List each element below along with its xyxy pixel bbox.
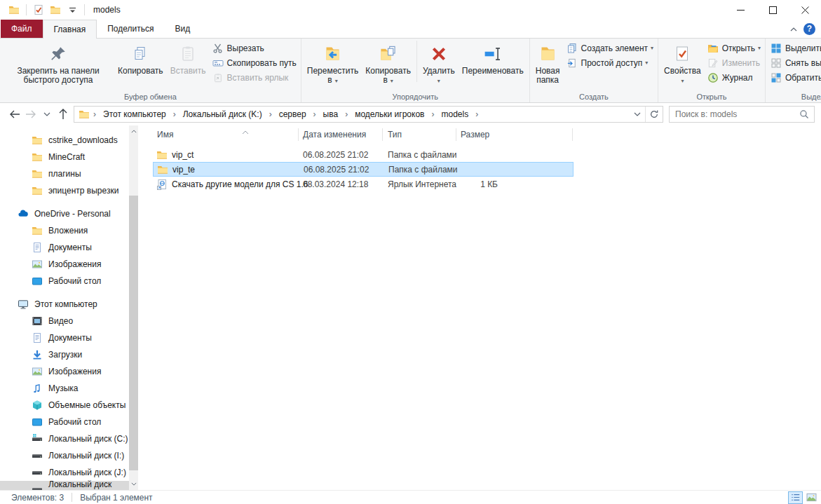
- tab-home[interactable]: Главная: [43, 20, 97, 39]
- copy-button[interactable]: Копировать: [114, 39, 167, 77]
- file-row-vip-ct[interactable]: vip_ct 06.08.2025 21:02 Папка с файлами: [153, 147, 574, 162]
- sidebar-item-downloads[interactable]: Загрузки: [0, 346, 138, 363]
- refresh-button[interactable]: [645, 107, 663, 122]
- pin-icon: [49, 41, 67, 67]
- address-dropdown-button[interactable]: [630, 107, 645, 122]
- scroll-down-arrow-icon[interactable]: [129, 479, 138, 489]
- sidebar-item-onedrive[interactable]: OneDrive - Personal: [0, 205, 138, 222]
- help-button[interactable]: ?: [803, 23, 815, 35]
- copy-path-button[interactable]: Скопировать путь: [210, 55, 299, 70]
- tab-share[interactable]: Поделиться: [97, 20, 164, 38]
- invert-selection-button[interactable]: Обратить выделение: [768, 70, 821, 85]
- paste-shortcut-button[interactable]: Вставить ярлык: [210, 70, 299, 85]
- delete-button[interactable]: Удалить: [419, 39, 459, 83]
- sidebar-item-this-pc[interactable]: Этот компьютер: [0, 296, 138, 313]
- window-controls: [724, 0, 821, 20]
- select-none-button[interactable]: Снять выделение: [768, 55, 821, 70]
- file-row-vip-te[interactable]: vip_te 06.08.2025 21:02 Папка с файлами: [153, 162, 574, 177]
- breadcrumb-models[interactable]: models: [436, 107, 473, 122]
- sidebar-item-minecraft[interactable]: MineCraft: [0, 149, 138, 165]
- sidebar-item-attachments[interactable]: Вложения: [0, 222, 138, 239]
- close-button[interactable]: [789, 0, 821, 20]
- column-header-type[interactable]: Тип: [388, 125, 402, 144]
- tab-view[interactable]: Вид: [164, 20, 201, 38]
- history-button[interactable]: Журнал: [705, 70, 763, 85]
- properties-button[interactable]: Свойства: [660, 39, 705, 83]
- sidebar-item-onedrive-documents[interactable]: Документы: [0, 239, 138, 256]
- sidebar-item-videos[interactable]: Видео: [0, 313, 138, 329]
- easy-access-button[interactable]: Простой доступ: [564, 55, 656, 70]
- column-divider[interactable]: [298, 128, 299, 141]
- breadcrumb-server[interactable]: сервер: [274, 107, 311, 122]
- scrollbar-thumb[interactable]: [129, 196, 138, 470]
- ribbon: Закрепить на панели быстрого доступа Коп…: [0, 39, 821, 103]
- this-pc-icon: [18, 299, 29, 310]
- details-view-button[interactable]: [788, 491, 803, 504]
- sidebar-item-disk-k[interactable]: Локальный диск (K:): [0, 481, 129, 490]
- move-to-button[interactable]: Переместить в: [304, 39, 362, 87]
- breadcrumb-this-pc[interactable]: Этот компьютер: [98, 107, 171, 122]
- new-item-icon: [566, 43, 578, 54]
- paste-shortcut-icon: [212, 72, 224, 83]
- column-divider[interactable]: [572, 128, 573, 141]
- sidebar-item-epicenter[interactable]: эпицентр вырезки: [0, 182, 138, 199]
- sidebar-item-disk-j[interactable]: Локальный диск (J:): [0, 464, 138, 481]
- collapse-ribbon-button[interactable]: [790, 24, 797, 34]
- back-button[interactable]: [6, 107, 22, 123]
- search-input[interactable]: [675, 109, 796, 119]
- column-divider[interactable]: [382, 128, 383, 141]
- sidebar-item-disk-i[interactable]: Локальный диск (I:): [0, 447, 138, 464]
- qat-customize-dropdown[interactable]: [64, 1, 81, 18]
- details-view-icon: [791, 493, 801, 502]
- documents-icon: [32, 332, 43, 343]
- rename-button[interactable]: Переименовать: [459, 39, 527, 77]
- forward-button[interactable]: [22, 107, 39, 123]
- sidebar-item-desktop[interactable]: Рабочий стол: [0, 414, 138, 430]
- search-box: [669, 106, 815, 123]
- os-drive-icon: [32, 433, 43, 444]
- edit-button[interactable]: Изменить: [705, 55, 763, 70]
- sidebar-item-music[interactable]: Музыка: [0, 380, 138, 397]
- edit-icon: [707, 57, 719, 69]
- paste-button[interactable]: Вставить: [167, 39, 210, 77]
- minimize-button[interactable]: [724, 0, 756, 20]
- search-icon[interactable]: [796, 109, 813, 119]
- sidebar-item-pictures[interactable]: Изображения: [0, 363, 138, 380]
- up-button[interactable]: [55, 107, 71, 123]
- maximize-button[interactable]: [756, 0, 789, 20]
- qat-new-folder-button[interactable]: [47, 1, 64, 18]
- breadcrumb-player-models[interactable]: модельки игроков: [350, 107, 429, 122]
- sidebar-item-3d-objects[interactable]: Объемные объекты: [0, 397, 138, 414]
- sidebar-item-plugins[interactable]: плагины: [0, 165, 138, 182]
- select-all-button[interactable]: Выделить все: [768, 41, 821, 55]
- sidebar-item-disk-c[interactable]: Локальный диск (C:): [0, 430, 138, 447]
- tab-file[interactable]: Файл: [1, 20, 43, 38]
- new-folder-button[interactable]: Новая папка: [532, 39, 564, 86]
- sidebar-item-documents[interactable]: Документы: [0, 329, 138, 346]
- open-button[interactable]: Открыть: [705, 41, 763, 55]
- breadcrumb-disk-k[interactable]: Локальный диск (K:): [178, 107, 267, 122]
- selection-status: Выбран 1 элемент: [80, 493, 152, 503]
- cut-button[interactable]: Вырезать: [210, 41, 299, 55]
- qat-properties-button[interactable]: [30, 1, 47, 18]
- sidebar-item-onedrive-pictures[interactable]: Изображения: [0, 256, 138, 273]
- recent-locations-dropdown[interactable]: [39, 107, 55, 123]
- column-header-size[interactable]: Размер: [461, 125, 489, 144]
- sidebar-item-onedrive-desktop[interactable]: Рабочий стол: [0, 273, 138, 290]
- sidebar-item-cstrike-downloads[interactable]: cstrike_downloads: [0, 132, 138, 149]
- copy-to-icon: [379, 41, 398, 67]
- address-bar[interactable]: Этот компьютер Локальный диск (K:) серве…: [74, 106, 663, 123]
- column-divider[interactable]: [456, 128, 456, 141]
- file-row-download-models-link[interactable]: Скачать другие модели для CS 1.6 08.03.2…: [153, 177, 574, 191]
- breadcrumb-separator: [267, 109, 274, 119]
- column-header-date[interactable]: Дата изменения: [303, 125, 366, 144]
- copy-to-button[interactable]: Копировать в: [362, 39, 414, 87]
- pin-to-quick-access-button[interactable]: Закрепить на панели быстрого доступа: [2, 39, 114, 86]
- breadcrumb-yva[interactable]: ыва: [318, 107, 344, 122]
- column-header-name[interactable]: Имя: [157, 125, 173, 144]
- scroll-up-arrow-icon[interactable]: [129, 127, 138, 136]
- group-label-create: Создать: [530, 93, 658, 101]
- large-icons-view-button[interactable]: [804, 491, 819, 504]
- sidebar-scrollbar[interactable]: [129, 125, 138, 490]
- new-item-button[interactable]: Создать элемент: [564, 41, 656, 55]
